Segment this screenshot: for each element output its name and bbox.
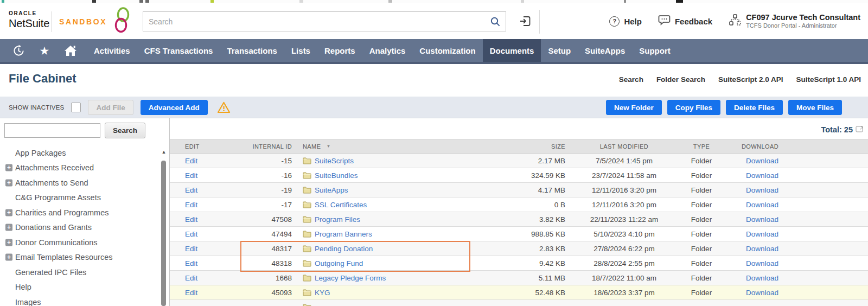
download-link[interactable]: Download (723, 230, 789, 238)
recent-records-icon[interactable] (8, 39, 29, 62)
add-file-button[interactable]: Add File (88, 100, 133, 115)
nav-item-transactions[interactable]: Transactions (220, 39, 284, 62)
edit-link[interactable]: Edit (170, 157, 243, 165)
move-files-button[interactable]: Move Files (788, 100, 842, 115)
user-role-menu[interactable]: CF097 Jcurve Tech Consultant TCFS Donor … (729, 12, 860, 30)
shortcuts-star-icon[interactable]: ★ (34, 39, 55, 62)
download-link[interactable]: Download (723, 157, 789, 165)
expand-plus-icon[interactable]: + (5, 179, 12, 186)
feedback-button[interactable]: Feedback (658, 15, 712, 28)
expand-plus-icon[interactable]: + (5, 239, 12, 246)
folder-name-link[interactable]: Program Banners (315, 230, 372, 238)
page-link-search[interactable]: Search (619, 75, 643, 84)
global-search-input[interactable] (143, 11, 506, 31)
edit-link[interactable]: Edit (170, 215, 243, 224)
edit-link[interactable]: Edit (170, 186, 243, 194)
edit-link[interactable]: Edit (170, 230, 243, 238)
download-link[interactable]: Download (723, 274, 789, 282)
folder-tree-item-generated-ipc-files[interactable]: Generated IPC Files (0, 265, 159, 280)
scrollbar-up-arrow[interactable]: ▲ (161, 149, 167, 155)
column-header-last-modified[interactable]: LAST MODIFIED (569, 143, 680, 150)
folder-search-button[interactable]: Search (105, 123, 145, 138)
show-inactives-checkbox[interactable] (71, 103, 81, 112)
page-link-suitescript-1-0-api[interactable]: SuiteScript 1.0 API (796, 75, 861, 84)
column-header-internal-id[interactable]: INTERNAL ID (243, 143, 297, 150)
nav-item-analytics[interactable]: Analytics (362, 39, 413, 62)
table-row: Edit48317Pending Donation2.83 KB27/8/202… (170, 241, 868, 256)
folder-tree-item-charities-and-programmes[interactable]: +Charities and Programmes (0, 205, 159, 220)
warning-icon (217, 101, 231, 113)
expand-plus-icon[interactable]: + (5, 254, 12, 261)
nav-item-activities[interactable]: Activities (87, 39, 137, 62)
expand-table-icon[interactable] (856, 125, 865, 135)
folder-tree-item-donations-and-grants[interactable]: +Donations and Grants (0, 220, 159, 235)
page-link-folder-search[interactable]: Folder Search (656, 75, 705, 84)
nav-item-reports[interactable]: Reports (317, 39, 362, 62)
download-link[interactable]: Download (723, 259, 789, 267)
size-cell: 0 B (455, 201, 569, 209)
folder-icon (303, 231, 311, 238)
edit-link[interactable]: Edit (170, 274, 243, 282)
folder-icon (303, 275, 311, 282)
column-header-name[interactable]: NAME▼ (297, 143, 455, 150)
folder-name-link[interactable]: SuiteApps (315, 186, 348, 194)
home-icon[interactable] (60, 39, 81, 62)
create-new-icon[interactable] (519, 14, 532, 30)
folder-icon (303, 172, 311, 179)
download-link[interactable]: Download (723, 289, 789, 297)
expand-plus-icon[interactable]: + (5, 164, 12, 171)
folder-tree-item-app-packages[interactable]: App Packages (0, 145, 159, 161)
folder-tree-item-email-templates-resources[interactable]: +Email Templates Resources (0, 250, 159, 265)
download-link[interactable]: Download (723, 245, 789, 253)
edit-link[interactable]: Edit (170, 289, 243, 297)
column-header-edit[interactable]: EDIT (170, 143, 243, 150)
download-link[interactable]: Download (723, 171, 789, 180)
edit-link[interactable]: Edit (170, 245, 243, 253)
folder-name-link[interactable]: Program Files (315, 215, 360, 224)
edit-link[interactable]: Edit (170, 259, 243, 267)
folder-name-link[interactable]: SuiteBundles (315, 171, 358, 180)
expand-plus-icon[interactable]: + (5, 224, 12, 231)
nav-item-customization[interactable]: Customization (412, 39, 482, 62)
column-header-download[interactable]: DOWNLOAD (723, 143, 789, 150)
folder-name-link[interactable]: KYG (315, 289, 330, 297)
type-cell: Folder (680, 201, 723, 209)
folder-name-link[interactable]: Pending Donation (315, 245, 373, 253)
edit-link[interactable]: Edit (170, 201, 243, 209)
folder-tree-item-help[interactable]: Help (0, 280, 159, 295)
table-row: Edit47508Program Files3.82 KB22/11/2023 … (170, 212, 868, 227)
folder-name-link[interactable]: SSL Certificates (315, 201, 367, 209)
folder-tree-item-attachments-received[interactable]: +Attachments Received (0, 161, 159, 176)
nav-item-setup[interactable]: Setup (541, 39, 578, 62)
nav-item-documents[interactable]: Documents (483, 39, 541, 62)
edit-link[interactable]: Edit (170, 171, 243, 180)
nav-item-lists[interactable]: Lists (284, 39, 317, 62)
internal-id-cell: 47494 (243, 230, 297, 238)
expand-plus-icon[interactable]: + (5, 209, 12, 216)
folder-tree-item-c-g-programme-assets[interactable]: C&G Programme Assets (0, 190, 159, 206)
folder-name-link[interactable]: Outgoing Fund (315, 259, 363, 267)
column-header-size[interactable]: SIZE (455, 143, 569, 150)
folder-tree-item-attachments-to-send[interactable]: +Attachments to Send (0, 175, 159, 190)
page-link-suitescript-2-0-api[interactable]: SuiteScript 2.0 API (718, 75, 783, 84)
advanced-add-button[interactable]: Advanced Add (141, 100, 208, 115)
copy-files-button[interactable]: Copy Files (667, 100, 720, 115)
download-link[interactable]: Download (723, 215, 789, 224)
scrollbar-thumb[interactable] (161, 161, 166, 306)
delete-files-button[interactable]: Delete Files (726, 100, 783, 115)
folder-tree-item-images[interactable]: Images (0, 295, 159, 306)
folder-tree-item-donor-communications[interactable]: +Donor Communications (0, 235, 159, 250)
search-icon[interactable] (490, 16, 501, 29)
column-header-type[interactable]: TYPE (680, 143, 723, 150)
new-folder-button[interactable]: New Folder (606, 100, 662, 115)
help-button[interactable]: ? Help (609, 16, 642, 27)
folder-name-link[interactable]: Legacy Pledge Forms (315, 274, 386, 282)
download-link[interactable]: Download (723, 201, 789, 209)
folder-name-link[interactable]: SuiteScripts (315, 157, 354, 165)
download-link[interactable]: Download (723, 186, 789, 194)
folder-filter-input[interactable] (4, 123, 100, 138)
size-cell: 324.59 KB (455, 171, 569, 180)
nav-item-cfs-transactions[interactable]: CFS Transactions (137, 39, 220, 62)
nav-item-support[interactable]: Support (632, 39, 678, 62)
nav-item-suiteapps[interactable]: SuiteApps (578, 39, 632, 62)
